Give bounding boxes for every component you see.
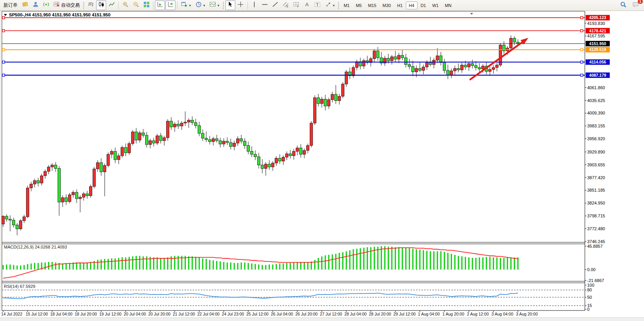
text-label-icon: T	[314, 1, 321, 9]
toolbar-grip[interactable]	[83, 2, 84, 9]
toolbar-grip[interactable]	[223, 2, 224, 9]
tile-windows-button[interactable]	[141, 0, 151, 10]
trendline-icon	[272, 1, 279, 9]
level-handle[interactable]	[581, 30, 583, 32]
svg-text:20 Jul 20:00: 20 Jul 20:00	[148, 312, 170, 316]
chart-bars-button[interactable]	[86, 0, 96, 10]
level-handle[interactable]	[581, 48, 583, 51]
timeframe-m5[interactable]: M5	[353, 2, 365, 9]
svg-text:4178.421: 4178.421	[589, 28, 606, 33]
new-chart-button[interactable]: ▾	[179, 0, 193, 10]
text-label-button[interactable]: T	[312, 0, 323, 10]
timeframe-m15[interactable]: M15	[365, 2, 379, 9]
level-handle[interactable]	[2, 61, 5, 63]
shapes-icon	[325, 1, 332, 9]
horizontal-line-icon	[261, 1, 268, 9]
svg-text:4035.625: 4035.625	[587, 98, 605, 103]
horizontal-line-button[interactable]	[260, 0, 270, 10]
timeframe-h1[interactable]: H1	[394, 2, 406, 9]
svg-text:2 Aug 12:00: 2 Aug 12:00	[467, 312, 489, 316]
toolbar-grip[interactable]	[338, 2, 339, 9]
level-handle[interactable]	[2, 16, 5, 19]
svg-text:26 Jul 20:00: 26 Jul 20:00	[295, 312, 318, 316]
cursor-button[interactable]	[225, 0, 235, 10]
svg-text:29 Jul 12:00: 29 Jul 12:00	[393, 312, 416, 316]
level-handle[interactable]	[2, 74, 5, 76]
level-handle[interactable]	[2, 48, 5, 51]
level-handle[interactable]	[2, 30, 5, 32]
zoom-in-button[interactable]	[120, 0, 130, 10]
svg-text:A: A	[305, 2, 309, 7]
timeframe-h4[interactable]: H4	[406, 2, 418, 9]
rsi-line	[3, 293, 518, 299]
indicators-button[interactable]: ▾	[207, 0, 221, 10]
timeframe-m30[interactable]: M30	[379, 2, 394, 9]
macd-panel: MACD(12,26,9) 24.0268 21.409345.88570.00…	[3, 244, 604, 283]
trend-arrow-annotation[interactable]	[470, 38, 528, 80]
profiles-button[interactable]: ▾	[193, 0, 207, 10]
price-chart-svg[interactable]: SP500-,H4 4151.950 4151.950 4151.950 415…	[0, 11, 644, 321]
zoom-out-button[interactable]	[131, 0, 141, 10]
channel-button[interactable]: E	[281, 0, 291, 10]
svg-text:3 Aug 04:00: 3 Aug 04:00	[491, 312, 513, 316]
indicators-icon	[209, 1, 216, 9]
svg-text:100: 100	[587, 283, 594, 287]
level-handle[interactable]	[581, 61, 583, 63]
svg-text:3956.920: 3956.920	[587, 136, 605, 141]
trendline-button[interactable]	[270, 0, 281, 10]
svg-text:3746.245: 3746.245	[587, 239, 605, 244]
chart-shift-button[interactable]	[165, 0, 175, 10]
crosshair-button[interactable]	[236, 0, 246, 10]
chart-bars-icon	[88, 1, 94, 9]
macd-label: MACD(12,26,9) 24.0268 21.4093	[4, 245, 67, 249]
svg-text:27 Jul 12:00: 27 Jul 12:00	[320, 312, 342, 316]
community-button[interactable]: 1	[631, 0, 641, 10]
svg-text:21 Jul 12:00: 21 Jul 12:00	[173, 312, 195, 316]
toolbar-separator	[153, 2, 153, 9]
auto-scroll-button[interactable]	[155, 0, 165, 10]
svg-text:-21.6867: -21.6867	[587, 278, 604, 283]
svg-text:3772.480: 3772.480	[587, 226, 605, 231]
chart-shift-marker[interactable]	[470, 13, 473, 15]
chart-window[interactable]: SP500-,H4 4151.950 4151.950 4151.950 415…	[0, 11, 644, 321]
chart-expand-icon[interactable]	[4, 14, 7, 16]
zoom-out-icon	[133, 1, 139, 9]
chart-title-group: SP500-,H4 4151.950 4151.950 4151.950 415…	[4, 12, 111, 17]
rsi-panel: RSI(14) 67.59291008050150	[2, 283, 594, 312]
search-icon	[620, 1, 627, 10]
new-order-button[interactable]: 新订单	[2, 0, 19, 10]
svg-text:4139.519: 4139.519	[589, 47, 606, 52]
profile-icon-button[interactable]	[30, 0, 40, 10]
timeframe-m1[interactable]: M1	[340, 2, 353, 9]
signal-icon-button[interactable]	[41, 0, 51, 10]
level-handle[interactable]	[581, 16, 583, 19]
svg-text:3983.155: 3983.155	[587, 123, 605, 128]
search-button[interactable]	[618, 0, 628, 10]
auto-trading-button[interactable]: 自动交易	[51, 0, 82, 10]
text-button[interactable]: A	[302, 0, 312, 10]
timeframe-group: M1M5M15M30H1H4D1W1MN	[340, 2, 454, 9]
profile-icon	[32, 1, 39, 9]
fibonacci-button[interactable]: F	[291, 0, 302, 10]
shapes-button[interactable]: ▾	[323, 0, 337, 10]
chart-line-button[interactable]	[107, 0, 117, 10]
toolbar-separator	[177, 2, 177, 9]
svg-text:3929.890: 3929.890	[587, 150, 605, 154]
timeframe-d1[interactable]: D1	[418, 2, 429, 9]
timeframe-w1[interactable]: W1	[429, 2, 442, 9]
svg-text:22 Jul 04:00: 22 Jul 04:00	[197, 312, 219, 316]
svg-text:3 Aug 20:00: 3 Aug 20:00	[516, 312, 538, 316]
svg-text:4114.056: 4114.056	[589, 60, 606, 64]
svg-text:50: 50	[587, 295, 592, 300]
order-ticket-icon-button[interactable]	[20, 0, 30, 10]
level-handle[interactable]	[581, 74, 583, 76]
svg-text:28 Jul 20:00: 28 Jul 20:00	[369, 312, 391, 316]
auto-scroll-icon	[157, 1, 163, 9]
chevron-down-icon: ▾	[189, 4, 191, 7]
rsi-label: RSI(14) 67.5929	[4, 284, 35, 289]
chart-candles-button[interactable]	[96, 0, 106, 10]
timeframe-mn[interactable]: MN	[442, 2, 454, 9]
vertical-line-button[interactable]	[249, 0, 260, 10]
svg-text:E: E	[287, 5, 289, 8]
zoom-in-icon	[122, 1, 129, 9]
